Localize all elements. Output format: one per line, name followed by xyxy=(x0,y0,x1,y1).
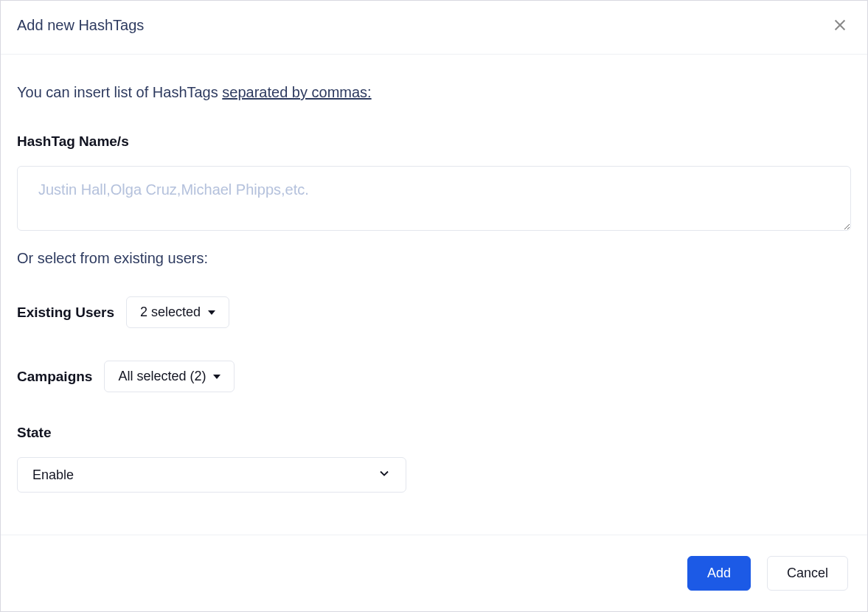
caret-down-icon xyxy=(213,375,221,379)
state-select[interactable]: Enable xyxy=(17,457,406,493)
intro-underlined: separated by commas: xyxy=(222,84,371,100)
hashtag-name-label: HashTag Name/s xyxy=(17,133,851,150)
state-select-wrapper: Enable xyxy=(17,457,406,493)
or-select-text: Or select from existing users: xyxy=(17,250,851,267)
close-icon xyxy=(832,17,848,33)
campaigns-value: All selected (2) xyxy=(118,369,206,384)
hashtag-name-input[interactable] xyxy=(17,166,851,231)
modal-body: You can insert list of HashTags separate… xyxy=(1,55,867,535)
modal-title: Add new HashTags xyxy=(17,17,144,34)
campaigns-label: Campaigns xyxy=(17,369,92,385)
modal-footer: Add Cancel xyxy=(1,535,867,611)
add-hashtags-modal: Add new HashTags You can insert list of … xyxy=(0,0,868,612)
modal-header: Add new HashTags xyxy=(1,1,867,55)
caret-down-icon xyxy=(208,310,215,315)
add-button[interactable]: Add xyxy=(687,556,751,591)
state-label: State xyxy=(17,425,851,441)
existing-users-value: 2 selected xyxy=(140,305,201,320)
existing-users-dropdown[interactable]: 2 selected xyxy=(126,296,229,328)
campaigns-row: Campaigns All selected (2) xyxy=(17,361,851,392)
campaigns-dropdown[interactable]: All selected (2) xyxy=(104,361,235,392)
intro-prefix: You can insert list of HashTags xyxy=(17,84,222,100)
existing-users-row: Existing Users 2 selected xyxy=(17,296,851,328)
close-button[interactable] xyxy=(829,14,851,36)
cancel-button[interactable]: Cancel xyxy=(767,556,848,591)
existing-users-label: Existing Users xyxy=(17,305,114,321)
state-section: State Enable xyxy=(17,425,851,493)
intro-text: You can insert list of HashTags separate… xyxy=(17,84,851,101)
